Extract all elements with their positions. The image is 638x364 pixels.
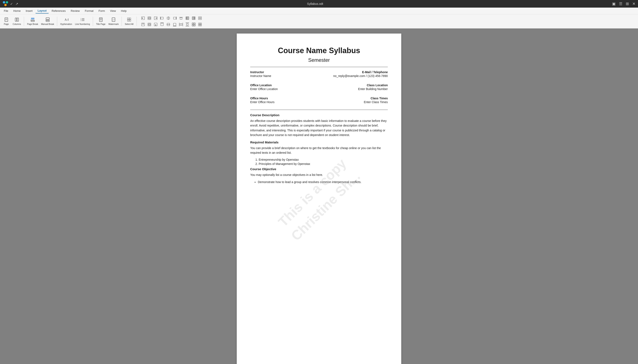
menu-layout[interactable]: Layout (36, 8, 49, 14)
menu-review[interactable]: Review (69, 8, 82, 13)
required-materials-list: Entrepreneurship by Openstax Principles … (259, 158, 388, 166)
svg-rect-14 (46, 20, 49, 22)
course-objective-body[interactable]: You may optionally list a course objecti… (250, 172, 388, 177)
svg-rect-9 (31, 18, 35, 20)
columns-button[interactable]: Columns (12, 17, 22, 26)
title-page-button[interactable]: Title Page (95, 17, 107, 26)
svg-rect-82 (192, 25, 194, 26)
anchor-side-btn[interactable] (184, 15, 190, 21)
svg-rect-46 (173, 17, 176, 19)
align-center-v-btn[interactable] (165, 15, 171, 21)
toolbar-group-page-tools: Title Page WM Watermark (95, 17, 122, 26)
email-value[interactable]: no_reply@example.com / (123) 456-7890 (319, 74, 388, 78)
svg-rect-8 (17, 18, 19, 21)
ungroup-objects-btn[interactable] (197, 22, 203, 28)
list-item[interactable]: Entrepreneurship by Openstax (259, 158, 388, 161)
page-break-button[interactable]: Page Break (26, 17, 39, 26)
svg-rect-3 (5, 18, 8, 22)
align-bottom-btn[interactable] (153, 22, 159, 28)
align-middle-btn[interactable] (146, 22, 152, 28)
svg-rect-79 (187, 24, 188, 25)
course-description-body[interactable]: An effective course description provides… (250, 118, 388, 138)
page-button[interactable]: Page (2, 17, 11, 26)
title-page-label: Title Page (96, 23, 106, 25)
svg-rect-64 (149, 24, 150, 25)
toolbar-group-page: Page Columns (2, 17, 24, 26)
instructor-label: Instructor (250, 70, 319, 74)
menu-file[interactable]: File (2, 8, 10, 13)
office-location-value[interactable]: Enter Office Location (250, 87, 319, 91)
titlebar-controls: ▣ ☰ ⊞ ✕ (612, 2, 635, 6)
document-page[interactable]: This is a copyChristine Sh... Course Nam… (237, 34, 401, 364)
office-location-label: Office Location (250, 84, 319, 87)
sidebar-toggle-icon[interactable]: ▣ (612, 2, 616, 6)
menu-toggle-icon[interactable]: ⊞ (626, 2, 629, 6)
select-all-button[interactable]: Select All (123, 17, 135, 26)
menu-form[interactable]: Form (97, 8, 107, 13)
check-icon[interactable]: ✓ (10, 2, 13, 6)
watermark-button[interactable]: WM Watermark (107, 17, 120, 26)
office-class-location-row: Office Location Enter Office Location Cl… (250, 84, 388, 93)
anchor-top-btn[interactable] (178, 15, 184, 21)
manual-break-icon (45, 17, 50, 22)
close-icon[interactable]: ✕ (632, 2, 635, 6)
class-location-value[interactable]: Enter Building Number (319, 87, 388, 91)
svg-marker-34 (142, 18, 143, 19)
list-item[interactable]: Principles of Management by Openstax (259, 162, 388, 166)
manual-break-button[interactable]: Manual Break (40, 17, 56, 26)
course-objective-list: Demonstrate how to lead a group and reso… (258, 180, 388, 184)
svg-rect-73 (173, 23, 176, 26)
external-link-icon[interactable]: ↗ (16, 2, 18, 6)
align-right-margin-btn[interactable] (172, 15, 178, 21)
line-numbering-button[interactable]: 1 2 3 Line Numbering (74, 17, 91, 26)
align-right-btn[interactable] (153, 15, 159, 21)
required-materials-body[interactable]: You can provide a brief description on w… (250, 146, 388, 155)
class-times-value[interactable]: Enter Class Times (319, 100, 388, 104)
align-full-btn[interactable] (197, 15, 203, 21)
svg-rect-12 (46, 18, 49, 20)
anchor-side2-btn[interactable] (191, 15, 197, 21)
watermark-icon: WM (111, 17, 116, 22)
list-item[interactable]: Demonstrate how to lead a group and reso… (258, 180, 388, 184)
svg-rect-84 (192, 23, 195, 26)
hyphenation-button[interactable]: A-B Hyphenation (59, 17, 73, 26)
view-toggle-icon[interactable]: ☰ (619, 2, 622, 6)
document-title[interactable]: Course Name Syllabus (250, 46, 388, 55)
course-description-title: Course Description (250, 113, 388, 117)
svg-rect-51 (188, 17, 188, 19)
dist-h-btn[interactable] (178, 22, 184, 28)
svg-text:A-B: A-B (65, 18, 69, 21)
svg-marker-61 (142, 24, 144, 25)
svg-point-0 (3, 1, 5, 3)
toolbar-group-breaks: Page Break Manual Break (26, 17, 57, 26)
svg-rect-29 (129, 18, 131, 20)
menu-help[interactable]: Help (119, 8, 129, 13)
menu-home[interactable]: Home (11, 8, 23, 13)
page-break-icon (30, 17, 35, 22)
menu-insert[interactable]: Insert (24, 8, 35, 13)
align-top-btn[interactable] (140, 22, 146, 28)
instructor-value[interactable]: Instructor Name (250, 74, 319, 78)
dist-v-btn[interactable] (184, 22, 190, 28)
page-break-label: Page Break (27, 23, 38, 25)
svg-rect-28 (128, 18, 129, 20)
svg-rect-30 (128, 20, 129, 21)
email-label: E-Mail / Telephone (319, 70, 388, 74)
menu-view[interactable]: View (108, 8, 118, 13)
align-left-top-btn[interactable] (140, 15, 146, 21)
class-times-label: Class Times (319, 96, 388, 100)
office-hours-class-times-row: Office Hours Enter Office Hours Class Ti… (250, 96, 388, 106)
align-center-h-btn[interactable] (146, 15, 152, 21)
app-logo (3, 1, 9, 7)
align-mid-margin-btn[interactable] (165, 22, 171, 28)
columns-label: Columns (13, 23, 21, 25)
group-objects-btn[interactable] (191, 22, 197, 28)
menu-references[interactable]: References (50, 8, 68, 13)
align-bottom-margin-btn[interactable] (172, 22, 178, 28)
menu-format[interactable]: Format (83, 8, 96, 13)
office-hours-value[interactable]: Enter Office Hours (250, 100, 319, 104)
document-subtitle[interactable]: Semester (250, 57, 388, 63)
align-left-margin-btn[interactable] (159, 15, 165, 21)
svg-rect-54 (193, 17, 194, 19)
align-top-margin-btn[interactable] (159, 22, 165, 28)
